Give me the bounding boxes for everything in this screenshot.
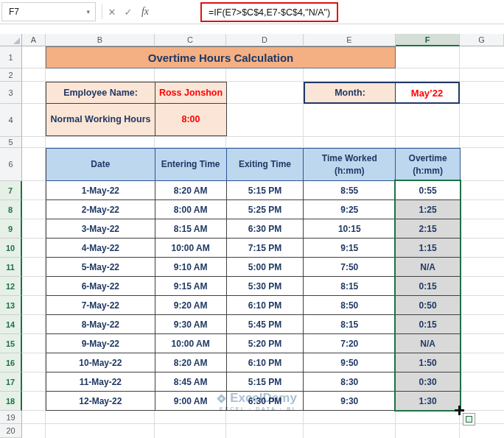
cell-overtime[interactable]: 1:30 xyxy=(396,392,461,411)
cell-date[interactable]: 5-May-22 xyxy=(46,258,155,277)
cell-entering-time[interactable]: 10:00 AM xyxy=(155,239,227,258)
month-label[interactable]: Month: xyxy=(305,83,396,102)
cell-time-worked[interactable]: 8:55 xyxy=(304,181,396,200)
col-header-E[interactable]: E xyxy=(304,34,396,46)
row-header-11[interactable]: 11 xyxy=(0,258,22,277)
cell-entering-time[interactable]: 8:45 AM xyxy=(155,372,227,392)
cell-entering-time[interactable]: 8:15 AM xyxy=(155,219,227,239)
formula-input[interactable]: =IF(E7>$C$4,E7-$C$4,"N/A") xyxy=(209,7,330,18)
row-header-9[interactable]: 9 xyxy=(0,219,22,239)
cell-entering-time[interactable]: 9:10 AM xyxy=(155,258,227,277)
row-header-7[interactable]: 7 xyxy=(0,181,22,200)
cell-entering-time[interactable]: 9:00 AM xyxy=(155,392,227,411)
cell-exiting-time[interactable]: 6:10 PM xyxy=(227,296,304,315)
header-time-worked[interactable]: Time Worked (h:mm) xyxy=(304,149,396,181)
col-header-F[interactable]: F xyxy=(396,34,460,46)
header-entering-time[interactable]: Entering Time xyxy=(155,149,227,181)
row-header-4[interactable]: 4 xyxy=(0,104,22,137)
cell-date[interactable]: 3-May-22 xyxy=(46,219,155,239)
row-header-3[interactable]: 3 xyxy=(0,82,22,104)
insert-function-icon[interactable]: fx xyxy=(137,0,153,24)
cell-exiting-time[interactable]: 5:00 PM xyxy=(227,258,304,277)
row-header-8[interactable]: 8 xyxy=(0,200,22,219)
cell-date[interactable]: 8-May-22 xyxy=(46,315,155,334)
cell-overtime[interactable]: 0:50 xyxy=(396,296,461,315)
cell-time-worked[interactable]: 8:30 xyxy=(304,372,396,392)
row-header-13[interactable]: 13 xyxy=(0,296,22,315)
cell-date[interactable]: 4-May-22 xyxy=(46,239,155,258)
cell-overtime[interactable]: 1:15 xyxy=(396,239,461,258)
row-header-17[interactable]: 17 xyxy=(0,372,22,392)
row-header-12[interactable]: 12 xyxy=(0,277,22,296)
header-overtime[interactable]: Overtime (h:mm) xyxy=(396,149,461,181)
cell-overtime[interactable]: 0:15 xyxy=(396,315,461,334)
employee-name-label[interactable]: Employee Name: xyxy=(46,82,155,104)
name-box[interactable]: F7 ▾ xyxy=(1,2,96,21)
cell-entering-time[interactable]: 10:00 AM xyxy=(155,334,227,353)
cell-exiting-time[interactable]: 7:15 PM xyxy=(227,239,304,258)
cell-date[interactable]: 7-May-22 xyxy=(46,296,155,315)
cell-exiting-time[interactable]: 5:30 PM xyxy=(227,277,304,296)
normal-hours-label[interactable]: Normal Working Hours xyxy=(46,104,155,136)
col-header-A[interactable]: A xyxy=(22,34,46,46)
cell-date[interactable]: 2-May-22 xyxy=(46,200,155,219)
cell-entering-time[interactable]: 8:20 AM xyxy=(155,181,227,200)
cell-entering-time[interactable]: 8:00 AM xyxy=(155,200,227,219)
cell-exiting-time[interactable]: 5:20 PM xyxy=(227,334,304,353)
cell-overtime[interactable]: 1:50 xyxy=(396,353,461,372)
normal-hours-value[interactable]: 8:00 xyxy=(155,104,227,136)
cell-overtime[interactable]: 1:25 xyxy=(396,200,461,219)
cancel-icon[interactable]: ✕ xyxy=(104,0,120,24)
cell-entering-time[interactable]: 9:20 AM xyxy=(155,296,227,315)
cell-exiting-time[interactable]: 5:25 PM xyxy=(227,200,304,219)
row-header-19[interactable]: 19 xyxy=(0,411,22,424)
cell-time-worked[interactable]: 8:15 xyxy=(304,315,396,334)
enter-icon[interactable]: ✓ xyxy=(120,0,136,24)
month-value[interactable]: May’22 xyxy=(396,83,458,102)
cell-time-worked[interactable]: 9:15 xyxy=(304,239,396,258)
cell-time-worked[interactable]: 8:15 xyxy=(304,277,396,296)
cell-entering-time[interactable]: 8:20 AM xyxy=(155,353,227,372)
cell-exiting-time[interactable]: 6:30 PM xyxy=(227,219,304,239)
row-header-14[interactable]: 14 xyxy=(0,315,22,334)
cell-time-worked[interactable]: 7:50 xyxy=(304,258,396,277)
header-date[interactable]: Date xyxy=(46,149,155,181)
cell-overtime[interactable]: N/A xyxy=(396,258,461,277)
col-header-B[interactable]: B xyxy=(46,34,155,46)
cell-entering-time[interactable]: 9:15 AM xyxy=(155,277,227,296)
row-header-5[interactable]: 5 xyxy=(0,137,22,148)
row-header-1[interactable]: 1 xyxy=(0,46,22,68)
row-header-20[interactable]: 20 xyxy=(0,424,22,438)
cell-date[interactable]: 6-May-22 xyxy=(46,277,155,296)
cell-date[interactable]: 12-May-22 xyxy=(46,392,155,411)
employee-name-value[interactable]: Ross Jonshon xyxy=(155,82,227,104)
cell-exiting-time[interactable]: 5:15 PM xyxy=(227,181,304,200)
cell-overtime[interactable]: 0:30 xyxy=(396,372,461,392)
cell-time-worked[interactable]: 7:20 xyxy=(304,334,396,353)
cell-entering-time[interactable]: 9:30 AM xyxy=(155,315,227,334)
cell-time-worked[interactable]: 9:50 xyxy=(304,353,396,372)
col-header-G[interactable]: G xyxy=(460,34,504,46)
cell-exiting-time[interactable]: 5:45 PM xyxy=(227,315,304,334)
cell-date[interactable]: 9-May-22 xyxy=(46,334,155,353)
cell-overtime[interactable]: 0:15 xyxy=(396,277,461,296)
row-header-10[interactable]: 10 xyxy=(0,239,22,258)
cell-time-worked[interactable]: 9:30 xyxy=(304,392,396,411)
cell-exiting-time[interactable]: 6:30 PM xyxy=(227,392,304,411)
cell-time-worked[interactable]: 9:25 xyxy=(304,200,396,219)
auto-fill-options-button[interactable] xyxy=(463,413,475,425)
row-header-2[interactable]: 2 xyxy=(0,68,22,82)
cell-time-worked[interactable]: 8:50 xyxy=(304,296,396,315)
cell-exiting-time[interactable]: 6:10 PM xyxy=(227,353,304,372)
col-header-D[interactable]: D xyxy=(226,34,304,46)
cell-time-worked[interactable]: 10:15 xyxy=(304,219,396,239)
select-all-corner[interactable] xyxy=(0,34,22,46)
cell-overtime[interactable]: N/A xyxy=(396,334,461,353)
name-box-dropdown-icon[interactable]: ▾ xyxy=(81,8,95,15)
col-header-C[interactable]: C xyxy=(155,34,226,46)
row-header-18[interactable]: 18 xyxy=(0,392,22,411)
cell-overtime-active[interactable]: 0:55 xyxy=(396,181,461,200)
header-exiting-time[interactable]: Exiting Time xyxy=(227,149,304,181)
row-header-6[interactable]: 6 xyxy=(0,148,22,181)
cell-exiting-time[interactable]: 5:15 PM xyxy=(227,372,304,392)
